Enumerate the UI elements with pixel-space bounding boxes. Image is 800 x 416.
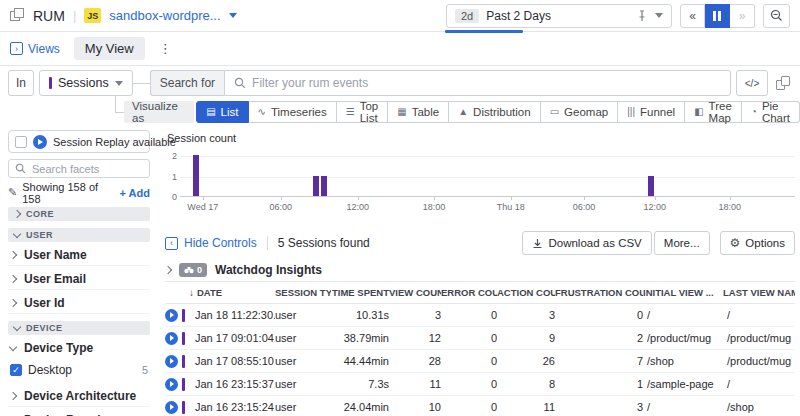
- time-back-button[interactable]: «: [680, 4, 705, 28]
- facet-device-brand[interactable]: Device Brand: [8, 409, 150, 416]
- column-header-date[interactable]: ↓DATE: [189, 287, 275, 298]
- header-scroll-indicator[interactable]: [445, 30, 523, 33]
- copy-icon[interactable]: [776, 76, 790, 90]
- table-row[interactable]: Jan 17 08:55:10.112user44.44min280267/sh…: [165, 350, 795, 373]
- search-for-label: Search for: [150, 70, 224, 96]
- cell-frustration-count: 2: [555, 332, 643, 344]
- cell-frustration-count: 0: [555, 309, 643, 321]
- x-axis-tick: [434, 197, 435, 200]
- replay-play-icon[interactable]: [165, 355, 178, 368]
- facet-section-device[interactable]: DEVICE: [8, 321, 150, 335]
- options-button[interactable]: ⚙ Options: [720, 231, 795, 255]
- facet-value-desktop[interactable]: ✓Desktop5: [8, 361, 150, 379]
- column-header-action-count[interactable]: ACTION COUNT: [497, 287, 555, 298]
- table-row[interactable]: Jan 16 23:15:37.163user7.3s11081/sample-…: [165, 373, 795, 396]
- replay-play-icon[interactable]: [165, 401, 178, 414]
- pin-icon[interactable]: [636, 10, 648, 22]
- session-bar[interactable]: [321, 176, 327, 197]
- top-list-icon: ☰: [346, 107, 355, 117]
- viz-option-label: Pie Chart: [762, 100, 790, 124]
- facet-value-checkbox[interactable]: ✓: [10, 364, 22, 376]
- cell-error-count: 0: [441, 401, 497, 413]
- cell-initial-view-: /product/mug: [643, 332, 723, 344]
- facet-user-email[interactable]: User Email: [8, 268, 150, 290]
- session-replay-checkbox[interactable]: [15, 136, 27, 148]
- session-bar[interactable]: [313, 176, 319, 197]
- chevron-right-icon: [9, 298, 17, 306]
- time-forward-button[interactable]: »: [730, 4, 755, 28]
- code-view-button[interactable]: </>: [736, 70, 768, 96]
- table-row[interactable]: Jan 16 23:15:24.050user24.04min100113//s…: [165, 396, 795, 416]
- cell-error-count: 0: [441, 309, 497, 321]
- pause-button[interactable]: [705, 4, 730, 28]
- facet-user-name[interactable]: User Name: [8, 244, 150, 266]
- viz-option-distribution[interactable]: ▲Distribution: [449, 101, 540, 123]
- replay-play-icon[interactable]: [165, 309, 178, 322]
- column-header-frustration-count[interactable]: FRUSTRATION COUNT: [555, 287, 643, 298]
- tab-my-view[interactable]: My View: [74, 37, 145, 60]
- replay-play-icon[interactable]: [165, 332, 178, 345]
- column-header-view-count[interactable]: VIEW COUNT: [389, 287, 441, 298]
- pie-chart-icon: ◔: [751, 107, 757, 117]
- replay-play-icon[interactable]: [165, 378, 178, 391]
- table-icon: ▦: [397, 107, 406, 117]
- scope-selector[interactable]: Sessions: [39, 70, 133, 96]
- viz-option-timeseries[interactable]: ∿Timeseries: [249, 101, 337, 123]
- download-csv-button[interactable]: Download as CSV: [522, 231, 651, 255]
- chart-plot-area[interactable]: 210Wed 1706:0012:0018:00Thu 1806:0012:00…: [180, 156, 795, 197]
- viz-option-table[interactable]: ▦Table: [388, 101, 449, 123]
- add-facet-button[interactable]: + Add: [120, 187, 150, 199]
- kebab-menu-icon[interactable]: ⋮: [159, 41, 172, 56]
- viz-option-tree-map[interactable]: ◧Tree Map: [685, 101, 742, 123]
- service-selector[interactable]: sandbox-wordpre...: [109, 8, 220, 23]
- facet-device-architecture[interactable]: Device Architecture: [8, 385, 150, 407]
- pencil-icon[interactable]: ✎: [8, 186, 17, 199]
- cell-frustration-count: 3: [555, 401, 643, 413]
- viz-option-list[interactable]: ▤List: [196, 101, 248, 123]
- time-range-selector[interactable]: 2d Past 2 Days: [446, 4, 672, 28]
- x-axis-label: Wed 17: [187, 202, 218, 212]
- hide-controls-button[interactable]: ‹ Hide Controls: [165, 236, 257, 250]
- viz-option-label: Distribution: [473, 106, 531, 118]
- cell-action-count: 26: [497, 355, 555, 367]
- geomap-icon: ▭: [550, 107, 559, 117]
- viz-option-pie-chart[interactable]: ◔Pie Chart: [742, 101, 800, 123]
- watchdog-insights-row[interactable]: 0 Watchdog Insights: [165, 262, 795, 282]
- more-button[interactable]: More...: [654, 231, 710, 255]
- column-header-initial-view-[interactable]: INITIAL VIEW ...: [643, 287, 723, 298]
- column-header-session-type[interactable]: SESSION TYPE: [275, 287, 331, 298]
- x-axis-label: 12:00: [346, 202, 369, 212]
- session-bar[interactable]: [193, 155, 199, 196]
- visualize-options: ▤List∿Timeseries☰Top List▦Table▲Distribu…: [196, 101, 800, 123]
- x-axis-label: 06:00: [573, 202, 596, 212]
- cell-session-type: user: [275, 355, 331, 367]
- x-axis-label: 12:00: [644, 202, 667, 212]
- search-input[interactable]: Filter your rum events: [224, 70, 731, 96]
- viz-option-top-list[interactable]: ☰Top List: [337, 101, 389, 123]
- viz-option-label: List: [221, 106, 239, 118]
- zoom-out-button[interactable]: [763, 4, 790, 28]
- watchdog-count: 0: [197, 265, 202, 275]
- y-axis-label: 0: [165, 192, 177, 202]
- column-header-last-view-name[interactable]: LAST VIEW NAME: [723, 287, 795, 298]
- facet-section-user[interactable]: USER: [8, 228, 150, 242]
- cell-time-spent: 44.44min: [331, 355, 389, 367]
- table-row[interactable]: Jan 17 09:01:04.139user38.79min12092/pro…: [165, 327, 795, 350]
- chevron-down-icon[interactable]: [229, 13, 237, 18]
- column-header-error-count[interactable]: ERROR COUNT: [441, 287, 497, 298]
- facet-search-input[interactable]: Search facets: [8, 159, 150, 178]
- sort-desc-icon[interactable]: ↓: [189, 287, 194, 298]
- section-label: CORE: [26, 209, 54, 219]
- chevron-down-icon[interactable]: [655, 13, 663, 18]
- viz-option-geomap[interactable]: ▭Geomap: [541, 101, 619, 123]
- facet-section-core[interactable]: CORE: [8, 207, 150, 221]
- facet-device-type[interactable]: Device Type: [8, 337, 150, 359]
- cell-date: Jan 16 23:15:37.163: [189, 378, 275, 390]
- session-replay-filter[interactable]: Session Replay available: [8, 130, 150, 153]
- views-button[interactable]: › Views: [10, 42, 60, 56]
- column-header-time-spent[interactable]: TIME SPENT: [331, 287, 389, 298]
- session-bar[interactable]: [648, 176, 654, 197]
- table-row[interactable]: Jan 18 11:22:30.179user10.31s3030//: [165, 304, 795, 327]
- viz-option-funnel[interactable]: |||Funnel: [618, 101, 685, 123]
- facet-user-id[interactable]: User Id: [8, 292, 150, 314]
